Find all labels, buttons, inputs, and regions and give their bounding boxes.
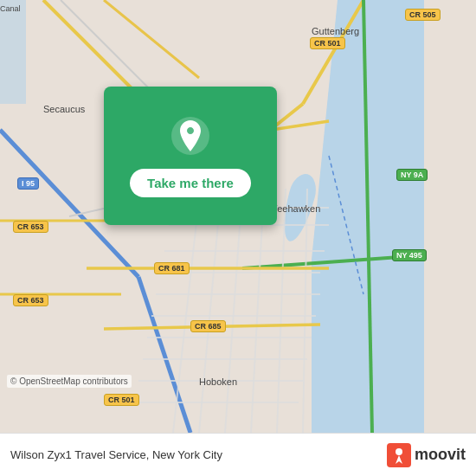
svg-point-35 — [396, 448, 402, 455]
badge-cr681: CR 681 — [154, 262, 190, 274]
location-pin-icon — [170, 115, 211, 157]
svg-line-31 — [104, 0, 199, 78]
moovit-icon — [387, 443, 411, 467]
moovit-brand-text: moovit — [415, 446, 466, 464]
info-card: Take me there — [104, 87, 277, 225]
badge-cr501-top: CR 501 — [310, 37, 345, 49]
map-container: Secaucus Guttenberg Weehawken Hoboken Ca… — [0, 0, 476, 433]
badge-cr685: CR 685 — [190, 320, 226, 332]
svg-line-20 — [225, 190, 242, 433]
badge-cr653-2: CR 653 — [13, 294, 48, 306]
bottom-bar: Wilson Zyx1 Travel Service, New York Cit… — [0, 433, 476, 476]
badge-ny9a: NY 9A — [396, 169, 428, 181]
svg-line-19 — [199, 195, 221, 433]
badge-cr653-1: CR 653 — [13, 221, 48, 233]
moovit-logo: moovit — [387, 443, 466, 467]
svg-line-2 — [303, 0, 363, 104]
location-title: Wilson Zyx1 Travel Service, New York Cit… — [10, 448, 222, 461]
svg-rect-29 — [0, 0, 26, 104]
take-me-there-button[interactable]: Take me there — [130, 169, 251, 197]
badge-cr505: CR 505 — [405, 9, 441, 21]
osm-attribution: © OpenStreetMap contributors — [7, 375, 132, 388]
svg-line-6 — [363, 0, 372, 433]
badge-cr501-2: CR 501 — [104, 394, 139, 406]
badge-ny495: NY 495 — [392, 249, 427, 261]
badge-i95: I 95 — [17, 177, 39, 190]
svg-line-28 — [329, 156, 363, 294]
